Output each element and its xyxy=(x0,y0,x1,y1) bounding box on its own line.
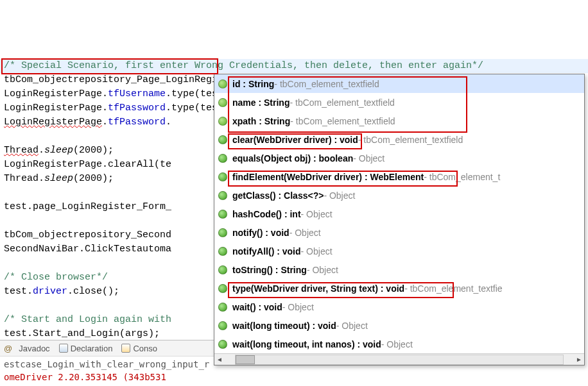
method-icon xyxy=(218,210,227,219)
autocomplete-source: - Object xyxy=(301,246,333,256)
method-icon xyxy=(218,247,227,256)
autocomplete-source: - Object xyxy=(353,153,385,164)
code-line: test.Start_and_Login(args); xyxy=(4,328,160,339)
autocomplete-item[interactable]: xpath : String - tbCom_element_textfield xyxy=(214,112,584,130)
autocomplete-signature: notify() : void xyxy=(232,228,290,238)
autocomplete-signature: wait() : void xyxy=(232,302,282,312)
code-line: tbCom_objectrepository_Second xyxy=(4,230,171,240)
autocomplete-signature: hashCode() : int xyxy=(232,209,301,219)
method-icon xyxy=(218,321,227,330)
method-icon xyxy=(218,340,227,349)
autocomplete-item[interactable]: id : String - tbCom_element_textfield xyxy=(214,74,584,93)
code-line: test.page_LoginRegister_Form_ xyxy=(4,201,171,212)
autocomplete-list[interactable]: id : String - tbCom_element_textfieldnam… xyxy=(214,74,584,353)
autocomplete-signature: type(WebDriver driver, String text) : vo… xyxy=(232,283,404,294)
autocomplete-item[interactable]: notifyAll() : void - Object xyxy=(214,242,584,260)
console-line: omeDriver 2.20.353145 (343b531 xyxy=(4,371,272,383)
autocomplete-signature: findElement(WebDriver driver) : WebEleme… xyxy=(232,172,424,182)
autocomplete-source: - tbCom_element_t xyxy=(424,172,500,182)
autocomplete-source: - tbCom_element_textfield xyxy=(274,79,379,89)
autocomplete-source: - Object xyxy=(282,302,314,312)
autocomplete-item[interactable]: findElement(WebDriver driver) : WebEleme… xyxy=(214,167,584,186)
autocomplete-signature: equals(Object obj) : boolean xyxy=(232,153,353,164)
autocomplete-source: - Object xyxy=(381,339,413,349)
method-icon xyxy=(218,191,227,200)
method-icon xyxy=(218,284,227,293)
autocomplete-item[interactable]: equals(Object obj) : boolean - Object xyxy=(214,149,584,167)
autocomplete-scrollbar[interactable]: ◄ ► xyxy=(214,353,584,365)
autocomplete-item[interactable]: wait(long timeout, int nanos) : void - O… xyxy=(214,335,584,353)
code-comment: /* Special Scenario, first enter Wrong C… xyxy=(4,60,483,71)
code-comment: /* Close browser*/ xyxy=(4,272,108,283)
scroll-right-icon[interactable]: ► xyxy=(574,355,584,365)
field-icon xyxy=(218,98,227,107)
code-comment: /* Start and Login again with xyxy=(4,314,171,325)
scroll-thumb[interactable] xyxy=(236,355,255,364)
autocomplete-item[interactable]: toString() : String - Object xyxy=(214,260,584,279)
field-icon xyxy=(218,117,227,126)
autocomplete-item[interactable]: notify() : void - Object xyxy=(214,223,584,242)
autocomplete-item[interactable]: name : String - tbCom_element_textfield xyxy=(214,93,584,112)
code-line: SecondNaviBar.ClickTestautoma xyxy=(4,244,171,255)
autocomplete-source: - Object xyxy=(301,209,333,219)
autocomplete-item[interactable]: getClass() : Class<?> - Object xyxy=(214,186,584,205)
autocomplete-source: - Object xyxy=(336,321,368,331)
code-line: test.driver.close(); xyxy=(4,286,119,297)
autocomplete-signature: xpath : String xyxy=(232,116,290,126)
autocomplete-item[interactable]: wait(long timeout) : void - Object xyxy=(214,316,584,335)
autocomplete-source: - tbCom_element_textfield xyxy=(290,116,395,126)
code-line: LoginRegisterPage.clearAll(te xyxy=(4,159,171,170)
autocomplete-source: - tbCom_element_textfield xyxy=(358,135,463,145)
autocomplete-source: - tbCom_element_textfield xyxy=(290,97,394,108)
autocomplete-item[interactable]: hashCode() : int - Object xyxy=(214,205,584,223)
autocomplete-source: - tbCom_element_textfie xyxy=(404,283,503,294)
autocomplete-signature: name : String xyxy=(232,97,290,108)
scroll-track[interactable] xyxy=(235,355,564,365)
autocomplete-item[interactable]: wait() : void - Object xyxy=(214,298,584,316)
method-icon xyxy=(218,228,227,237)
code-line: Thread.sleep(2000); xyxy=(4,145,114,156)
autocomplete-signature: notifyAll() : void xyxy=(232,246,301,256)
autocomplete-source: - Object xyxy=(324,190,355,201)
autocomplete-signature: wait(long timeout) : void xyxy=(232,321,336,331)
method-icon xyxy=(218,172,227,181)
autocomplete-signature: clear(WebDriver driver) : void xyxy=(232,135,358,145)
autocomplete-item[interactable]: type(WebDriver driver, String text) : vo… xyxy=(214,279,584,298)
autocomplete-signature: getClass() : Class<?> xyxy=(232,190,324,201)
code-line: Thread.sleep(2000); xyxy=(4,173,114,184)
autocomplete-source: - Object xyxy=(307,265,338,275)
field-icon xyxy=(218,80,227,88)
autocomplete-source: - Object xyxy=(290,228,321,238)
method-icon xyxy=(218,154,227,163)
autocomplete-popup[interactable]: id : String - tbCom_element_textfieldnam… xyxy=(214,74,585,365)
autocomplete-signature: toString() : String xyxy=(232,265,307,275)
code-line: LoginRegisterPage.tfPassword. xyxy=(4,117,171,128)
scroll-left-icon[interactable]: ◄ xyxy=(214,355,225,365)
autocomplete-item[interactable]: clear(WebDriver driver) : void - tbCom_e… xyxy=(214,130,584,149)
method-icon xyxy=(218,265,227,274)
method-icon xyxy=(218,135,227,144)
method-icon xyxy=(218,303,227,312)
autocomplete-signature: wait(long timeout, int nanos) : void xyxy=(232,339,381,349)
autocomplete-signature: id : String xyxy=(232,79,274,89)
